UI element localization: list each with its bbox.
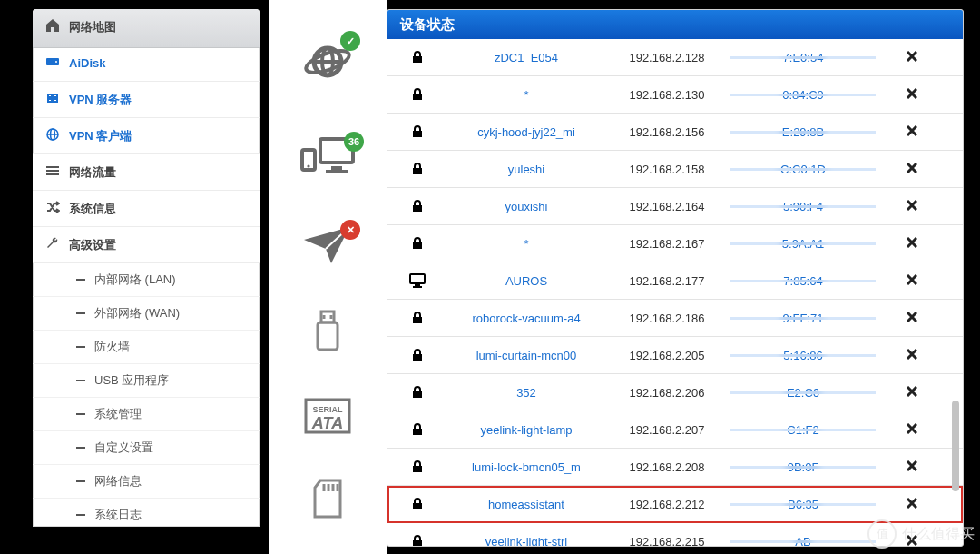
delete-button[interactable]: [885, 498, 939, 511]
error-badge: ✕: [340, 220, 360, 240]
sidebar-sub-adv-1[interactable]: 外部网络 (WAN): [33, 297, 260, 331]
delete-button[interactable]: [885, 163, 939, 176]
sidebar-sub-adv-4[interactable]: 系统管理: [33, 398, 260, 431]
device-ip: 192.168.2.130: [612, 88, 721, 102]
scrollbar-thumb[interactable]: [952, 401, 959, 491]
delete-button[interactable]: [885, 200, 939, 213]
device-mac[interactable]: C1:F2: [721, 423, 885, 437]
lock-icon: [395, 311, 440, 325]
device-row[interactable]: yeelink-light-lamp 192.168.2.207 C1:F2: [387, 411, 963, 449]
device-row[interactable]: 352 192.168.2.206 E2:C6: [387, 374, 963, 411]
device-mac[interactable]: 0:84:C9: [721, 88, 885, 102]
device-mac[interactable]: 9B:0F: [721, 460, 885, 474]
scrollbar[interactable]: [950, 46, 961, 546]
delete-button[interactable]: [885, 460, 939, 474]
device-row[interactable]: * 192.168.2.130 0:84:C9: [387, 76, 963, 114]
device-mac[interactable]: C:C0:1D: [721, 163, 885, 176]
svg-rect-20: [326, 170, 348, 173]
sidebar-sub-label: 系统管理: [94, 406, 142, 422]
sidebar-item-4[interactable]: 网络流量: [33, 154, 260, 191]
device-name[interactable]: homeassistant: [440, 498, 612, 511]
device-name[interactable]: cykj-hood-jyj22_mi: [440, 125, 612, 139]
dash-icon: [76, 380, 85, 381]
device-row[interactable]: lumi-lock-bmcn05_m 192.168.2.208 9B:0F: [387, 449, 963, 486]
device-row[interactable]: * 192.168.2.167 5:9A:A1: [387, 225, 963, 262]
sidebar-item-0[interactable]: 网络地图: [33, 9, 260, 45]
sidebar-label: 网络地图: [69, 19, 116, 35]
svg-rect-34: [410, 274, 425, 283]
device-mac[interactable]: 7:E0:54: [721, 51, 885, 64]
status-column: ✓ 36 ✕ SERIALATA: [269, 0, 387, 554]
device-mac[interactable]: AB: [721, 535, 885, 548]
device-name[interactable]: lumi-curtain-mcn00: [440, 349, 612, 362]
device-name[interactable]: lumi-lock-bmcn05_m: [440, 460, 612, 474]
sidebar-sub-adv-5[interactable]: 自定义设置: [33, 431, 260, 465]
device-name[interactable]: yeelink-light-stri: [440, 535, 612, 548]
sidebar-sub-adv-7[interactable]: 系统日志: [33, 499, 260, 527]
delete-button[interactable]: [885, 125, 939, 139]
delete-button[interactable]: [885, 535, 939, 548]
device-row[interactable]: zDC1_E054 192.168.2.128 7:E0:54: [387, 39, 963, 76]
sidebar: 网络地图 AiDisk VPN 服务器 VPN 客户端 网络流量 系统信息 高级…: [33, 9, 260, 527]
device-name[interactable]: zDC1_E054: [440, 51, 612, 64]
sidebar-item-5[interactable]: 系统信息: [33, 191, 260, 227]
internet-status-icon[interactable]: ✓: [302, 36, 353, 90]
delete-button[interactable]: [885, 88, 939, 102]
device-name[interactable]: *: [440, 237, 612, 251]
delete-button[interactable]: [885, 312, 939, 325]
device-row[interactable]: roborock-vacuum-a4 192.168.2.186 9:FF:71: [387, 300, 963, 337]
sidebar-sub-adv-3[interactable]: USB 应用程序: [33, 364, 260, 398]
svg-rect-5: [46, 166, 59, 168]
lock-icon: [395, 50, 440, 64]
device-name[interactable]: roborock-vacuum-a4: [440, 312, 612, 325]
device-ip: 192.168.2.208: [612, 460, 721, 474]
delete-button[interactable]: [885, 237, 939, 251]
sdcard-status-icon[interactable]: [311, 479, 344, 521]
device-row[interactable]: yuleshi 192.168.2.158 C:C0:1D: [387, 151, 963, 188]
device-name[interactable]: yeelink-light-lamp: [440, 423, 612, 437]
sidebar-sub-adv-6[interactable]: 网络信息: [33, 465, 260, 499]
delete-button[interactable]: [885, 386, 939, 400]
device-name[interactable]: youxishi: [440, 200, 612, 213]
device-name[interactable]: AUROS: [440, 274, 612, 288]
device-mac[interactable]: B6:35: [721, 498, 885, 511]
device-row[interactable]: lumi-curtain-mcn00 192.168.2.205 5:16:86: [387, 337, 963, 374]
dash-icon: [76, 447, 85, 449]
sidebar-sub-label: 网络信息: [94, 473, 142, 490]
dash-icon: [76, 480, 85, 482]
delete-button[interactable]: [885, 51, 939, 64]
sidebar-label: 高级设置: [69, 237, 116, 253]
sata-status-icon[interactable]: SERIALATA: [304, 398, 351, 437]
lock-icon: [395, 124, 440, 139]
device-mac[interactable]: 5:90:F4: [721, 200, 885, 213]
sidebar-item-1[interactable]: AiDisk: [33, 45, 260, 82]
device-mac[interactable]: 5:9A:A1: [721, 237, 885, 251]
sidebar-sub-adv-2[interactable]: 防火墙: [33, 331, 260, 364]
device-row[interactable]: cykj-hood-jyj22_mi 192.168.2.156 E:29:8B: [387, 114, 963, 151]
home-icon: [45, 18, 60, 35]
sidebar-sub-adv-0[interactable]: 内部网络 (LAN): [33, 263, 260, 297]
sidebar-item-6[interactable]: 高级设置: [33, 227, 260, 263]
device-name[interactable]: 352: [440, 386, 612, 400]
sidebar-item-2[interactable]: VPN 服务器: [33, 82, 260, 118]
sidebar-label: AiDisk: [69, 56, 105, 70]
device-name[interactable]: yuleshi: [440, 163, 612, 176]
sidebar-item-3[interactable]: VPN 客户端: [33, 118, 260, 154]
device-row[interactable]: youxishi 192.168.2.164 5:90:F4: [387, 188, 963, 225]
device-name[interactable]: *: [440, 88, 612, 102]
device-row[interactable]: yeelink-light-stri 192.168.2.215 AB: [387, 523, 963, 547]
delete-button[interactable]: [885, 423, 939, 437]
delete-button[interactable]: [885, 274, 939, 288]
shuffle-icon: [45, 200, 60, 217]
delete-button[interactable]: [885, 349, 939, 362]
device-row[interactable]: AUROS 192.168.2.177 7:85:64: [387, 262, 963, 300]
device-mac[interactable]: E:29:8B: [721, 125, 885, 139]
clients-status-icon[interactable]: 36: [299, 137, 357, 182]
usb-status-icon[interactable]: [314, 310, 341, 356]
device-mac[interactable]: 9:FF:71: [721, 312, 885, 325]
send-status-icon[interactable]: ✕: [302, 225, 353, 268]
device-mac[interactable]: E2:C6: [721, 386, 885, 400]
device-row[interactable]: homeassistant 192.168.2.212 B6:35: [387, 486, 963, 523]
device-mac[interactable]: 5:16:86: [721, 349, 885, 362]
device-mac[interactable]: 7:85:64: [721, 274, 885, 288]
